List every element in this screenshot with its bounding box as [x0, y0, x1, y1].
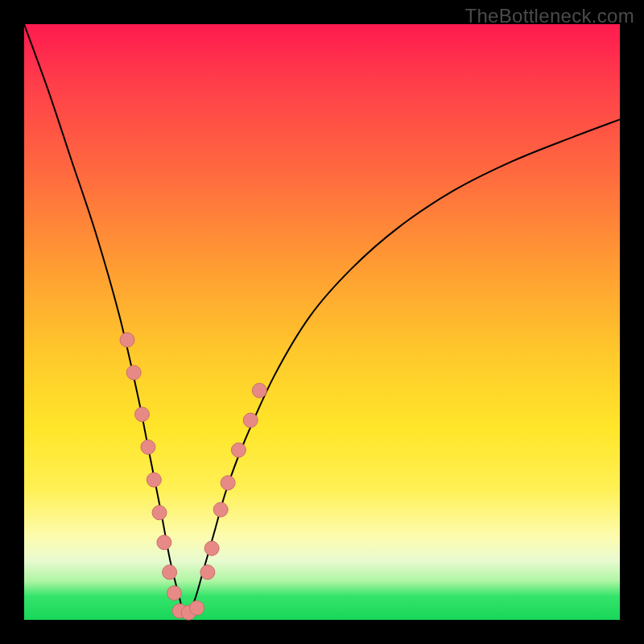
- marker-dot: [243, 413, 258, 427]
- watermark-text: TheBottleneck.com: [464, 5, 634, 27]
- marker-dot: [147, 473, 161, 487]
- marker-dot: [200, 565, 215, 580]
- bottleneck-curve-svg: [24, 24, 620, 620]
- marker-dot: [167, 586, 182, 601]
- plot-area: [24, 24, 620, 620]
- marker-dot: [190, 601, 204, 615]
- bottleneck-curve: [24, 24, 620, 615]
- marker-dot: [204, 541, 219, 555]
- marker-dots-group: [120, 332, 266, 620]
- marker-dot: [213, 502, 228, 517]
- marker-dot: [163, 565, 177, 580]
- marker-dot: [126, 365, 141, 380]
- marker-dot: [120, 332, 134, 347]
- marker-dot: [157, 535, 171, 550]
- chart-frame: TheBottleneck.com: [0, 0, 644, 644]
- marker-dot: [231, 443, 246, 457]
- marker-dot: [135, 407, 150, 422]
- marker-dot: [141, 440, 155, 454]
- marker-dot: [152, 506, 167, 520]
- marker-dot: [221, 476, 235, 490]
- marker-dot: [252, 383, 266, 398]
